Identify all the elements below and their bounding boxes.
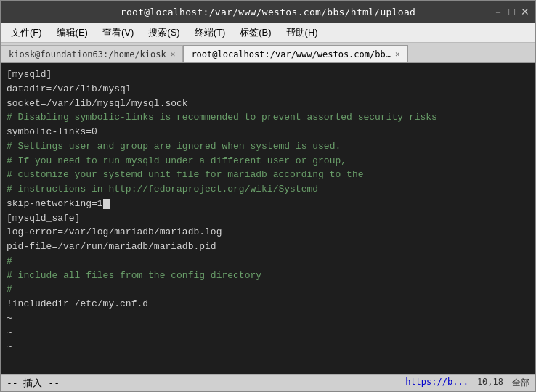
code-line: datadir=/var/lib/mysql — [7, 82, 529, 97]
code-line: [mysqld] — [7, 68, 529, 82]
code-line: pid-file=/var/run/mariadb/mariadb.pid — [7, 240, 529, 254]
status-all: 全部 — [512, 377, 529, 389]
window-controls: － □ ✕ — [493, 7, 529, 17]
tab-kiosk[interactable]: kiosk@foundation63:/home/kiosk ✕ — [1, 45, 183, 62]
editor-area[interactable]: [mysqld]datadir=/var/lib/mysqlsocket=/va… — [1, 63, 535, 374]
status-mode: -- 插入 -- — [7, 377, 60, 390]
code-line: !includedir /etc/my.cnf.d — [7, 297, 529, 311]
maximize-button[interactable]: □ — [509, 7, 515, 17]
code-line: # Settings user and group are ignored wh… — [7, 139, 529, 154]
tab-root[interactable]: root@localhost:/var/www/westos.com/bb… ✕ — [183, 45, 407, 62]
code-line: ~ — [7, 311, 529, 326]
code-line: # Disabling symbolic-links is recommende… — [7, 110, 529, 125]
tabs-bar: kiosk@foundation63:/home/kiosk ✕ root@lo… — [1, 43, 535, 63]
tab-root-label: root@localhost:/var/www/westos.com/bb… — [191, 49, 391, 60]
code-line: [mysqld_safe] — [7, 211, 529, 226]
menu-file[interactable]: 文件(F) — [4, 24, 49, 41]
code-line: ~ — [7, 340, 529, 354]
tab-kiosk-close[interactable]: ✕ — [171, 49, 176, 59]
code-line: # include all files from the config dire… — [7, 269, 529, 283]
code-line: # — [7, 254, 529, 269]
code-line: socket=/var/lib/mysql/mysql.sock — [7, 97, 529, 111]
code-line: skip-networking=1 — [7, 197, 529, 211]
status-position: 10,18 — [477, 377, 503, 389]
title-bar: root@localhost:/var/www/westos.com/bbs/h… — [1, 1, 535, 23]
menu-help[interactable]: 帮助(H) — [279, 24, 325, 41]
terminal-window: root@localhost:/var/www/westos.com/bbs/h… — [0, 0, 536, 392]
tab-root-close[interactable]: ✕ — [395, 49, 400, 59]
tab-kiosk-label: kiosk@foundation63:/home/kiosk — [9, 49, 166, 60]
code-line: log-error=/var/log/mariadb/mariadb.log — [7, 225, 529, 240]
menu-bar: 文件(F) 编辑(E) 查看(V) 搜索(S) 终端(T) 标签(B) 帮助(H… — [1, 23, 535, 43]
menu-terminal[interactable]: 终端(T) — [187, 24, 233, 41]
code-line: # If you need to run mysqld under a diff… — [7, 154, 529, 168]
menu-edit[interactable]: 编辑(E) — [49, 24, 95, 41]
menu-view[interactable]: 查看(V) — [95, 24, 141, 41]
status-right: https://b... 10,18 全部 — [405, 377, 529, 389]
code-line: # customize your systemd unit file for m… — [7, 168, 529, 182]
text-cursor — [103, 199, 110, 209]
window-title: root@localhost:/var/www/westos.com/bbs/h… — [121, 7, 415, 17]
status-bar: -- 插入 -- https://b... 10,18 全部 — [1, 374, 535, 391]
code-line: ~ — [7, 326, 529, 340]
code-line: # — [7, 282, 529, 297]
minimize-button[interactable]: － — [493, 7, 503, 17]
menu-search[interactable]: 搜索(S) — [141, 24, 187, 41]
code-line: # instructions in http://fedoraproject.o… — [7, 182, 529, 197]
close-button[interactable]: ✕ — [521, 7, 529, 17]
menu-tags[interactable]: 标签(B) — [232, 24, 278, 41]
code-line: symbolic-links=0 — [7, 125, 529, 139]
status-link: https://b... — [405, 377, 468, 389]
